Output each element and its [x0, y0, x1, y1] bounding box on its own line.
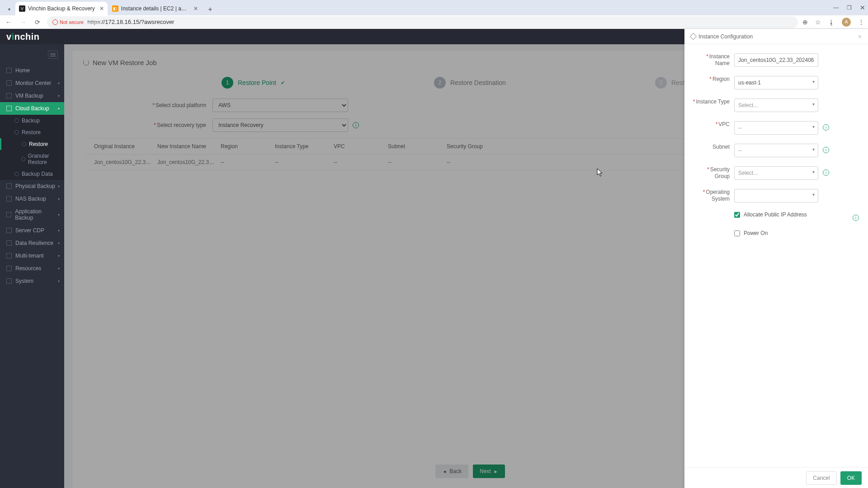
panel-header: Instance Configuration ×: [684, 29, 868, 44]
bookmark-icon[interactable]: ☆: [815, 19, 821, 26]
field-label: Operating System: [706, 189, 730, 202]
sidebar-label: Resources: [15, 265, 41, 272]
not-secure-badge: Not secure: [52, 19, 84, 25]
sidebar-toggle-icon[interactable]: [48, 51, 58, 59]
app-root: vinchin Home Monitor Center▾ VM Backup▾ …: [0, 29, 868, 488]
tab-strip: ▾ V Vinchin Backup & Recovery ✕ ◧ Instan…: [0, 0, 868, 15]
profile-avatar[interactable]: A: [842, 18, 851, 27]
chevron-down-icon: ▾: [58, 184, 60, 188]
sidebar-item-system[interactable]: System▾: [0, 275, 64, 287]
sidebar-item-tenant[interactable]: Multi-tenant▾: [0, 249, 64, 262]
sidebar-item-physical[interactable]: Physical Backup▾: [0, 180, 64, 192]
field-label: Region: [712, 76, 730, 82]
window-close-icon[interactable]: ✕: [860, 4, 865, 11]
vpc-select[interactable]: --: [734, 121, 818, 135]
sidebar-item-resilience[interactable]: Data Resilience▾: [0, 237, 64, 249]
sidebar-item-nas[interactable]: NAS Backup▾: [0, 192, 64, 205]
region-select[interactable]: us-east-1: [734, 76, 818, 89]
system-icon: [6, 278, 12, 284]
field-security-group: *Security Group Select... i: [691, 166, 862, 180]
field-instance-type: *Instance Type Select...: [691, 99, 862, 112]
sidebar-item-resources[interactable]: Resources▾: [0, 262, 64, 275]
sidebar-item-application[interactable]: Application Backup▾: [0, 205, 64, 224]
sidebar-label: System: [15, 278, 33, 284]
sidebar-sub-backupdata[interactable]: Backup Data: [0, 168, 64, 180]
sidebar-label: Backup Data: [22, 171, 53, 177]
panel-body: *Instance Name *Region us-east-1 *Instan…: [684, 44, 868, 467]
sidebar-item-monitor[interactable]: Monitor Center▾: [0, 77, 64, 89]
chevron-down-icon: ▾: [58, 229, 60, 233]
field-label: Instance Type: [696, 99, 730, 105]
cancel-button[interactable]: Cancel: [806, 471, 836, 485]
sidebar-item-home[interactable]: Home: [0, 64, 64, 77]
panel-close-icon[interactable]: ×: [858, 33, 862, 40]
nav-forward-icon[interactable]: →: [18, 19, 28, 26]
sidebar-label: Server CDP: [15, 227, 44, 234]
browser-tab-active[interactable]: V Vinchin Backup & Recovery ✕: [15, 2, 108, 15]
sidebar-sub-backup[interactable]: Backup: [0, 115, 64, 127]
chevron-down-icon: ▾: [58, 107, 60, 111]
sidebar-sub-restore-children: Restore Granular Restore: [0, 138, 64, 168]
field-label: Instance Name: [709, 53, 730, 66]
app-icon: [6, 212, 11, 217]
dot-icon: [22, 157, 25, 161]
sidebar-label: Multi-tenant: [15, 253, 44, 259]
chevron-down-icon: ▾: [58, 241, 60, 245]
nav-reload-icon[interactable]: ⟳: [33, 19, 42, 26]
sidebar: Home Monitor Center▾ VM Backup▾ Cloud Ba…: [0, 44, 64, 488]
ok-button[interactable]: OK: [840, 471, 862, 485]
chevron-down-icon: ▾: [58, 197, 60, 201]
security-group-select[interactable]: Select...: [734, 166, 818, 180]
tab-close-icon[interactable]: ✕: [99, 5, 104, 12]
zoom-icon[interactable]: ⊕: [802, 19, 808, 26]
sidebar-sub-restore-restore[interactable]: Restore: [0, 138, 64, 150]
field-alloc-ip: Allocate Public IP Address i: [691, 211, 862, 221]
info-icon[interactable]: i: [853, 215, 859, 221]
kebab-menu-icon[interactable]: ⋮: [858, 19, 864, 26]
info-icon[interactable]: i: [823, 169, 829, 176]
browser-tab[interactable]: ◧ Instance details | EC2 | ap-so ✕: [108, 2, 202, 15]
button-label: OK: [847, 475, 855, 481]
tab-close-icon[interactable]: ✕: [193, 5, 198, 12]
chevron-down-icon: ▾: [58, 254, 60, 258]
sidebar-label: VM Backup: [15, 93, 43, 99]
new-tab-button[interactable]: +: [204, 4, 216, 15]
chevron-down-icon: ▾: [58, 94, 60, 98]
sidebar-label: Application Backup: [15, 208, 58, 221]
resilience-icon: [6, 240, 12, 246]
field-vpc: *VPC -- i: [691, 121, 862, 135]
power-on-checkbox[interactable]: [734, 230, 740, 236]
dot-icon: [22, 142, 26, 146]
checkbox-label: Allocate Public IP Address: [744, 211, 807, 218]
tabs-dropdown-icon[interactable]: ▾: [3, 3, 15, 15]
address-bar: ← → ⟳ Not secure https://172.18.16.15/?a…: [0, 15, 868, 29]
field-os: *Operating System: [691, 189, 862, 202]
url-field[interactable]: Not secure https://172.18.16.15/?awsreco…: [47, 16, 798, 28]
checkbox-label: Power On: [744, 230, 768, 236]
sidebar-item-vmbackup[interactable]: VM Backup▾: [0, 89, 64, 102]
chevron-down-icon: ▾: [58, 267, 60, 271]
button-label: Cancel: [813, 475, 830, 481]
sidebar-item-cloudbackup[interactable]: Cloud Backup▾: [0, 102, 64, 115]
tab-title: Vinchin Backup & Recovery: [28, 5, 95, 12]
field-label: Subnet: [712, 144, 730, 150]
window-minimize-icon[interactable]: —: [833, 5, 839, 11]
os-select[interactable]: [734, 189, 818, 202]
sidebar-sub-restore[interactable]: Restore: [0, 127, 64, 138]
nav-back-icon[interactable]: ←: [4, 19, 14, 26]
dot-icon: [14, 130, 19, 135]
info-icon[interactable]: i: [823, 124, 829, 131]
instance-name-input[interactable]: [734, 53, 818, 67]
subnet-select[interactable]: --: [734, 144, 818, 157]
info-icon[interactable]: i: [823, 147, 829, 153]
favicon-icon: ◧: [112, 5, 118, 12]
instance-type-select[interactable]: Select...: [734, 99, 818, 112]
field-label: VPC: [718, 121, 730, 127]
downloads-icon[interactable]: ⭳: [828, 19, 835, 26]
window-maximize-icon[interactable]: ❐: [847, 5, 852, 11]
field-label: Security Group: [710, 166, 730, 179]
sidebar-item-cdp[interactable]: Server CDP▾: [0, 224, 64, 237]
sidebar-sub-granular[interactable]: Granular Restore: [0, 150, 64, 168]
alloc-ip-checkbox[interactable]: [734, 212, 740, 218]
field-instance-name: *Instance Name: [691, 53, 862, 67]
